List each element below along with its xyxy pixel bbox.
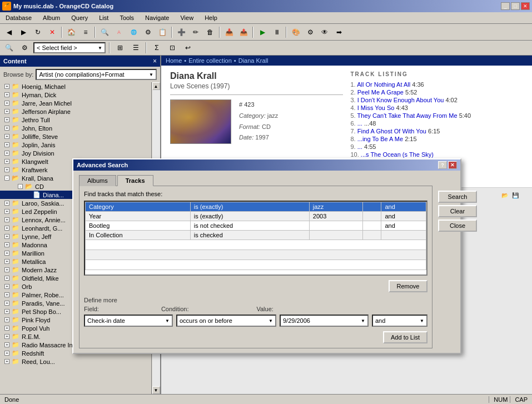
pause-btn[interactable]: ⏸ bbox=[270, 26, 284, 38]
tree-item-hyman[interactable]: + 📁 Hyman, Dick bbox=[0, 91, 151, 99]
expand-icon[interactable]: + bbox=[4, 342, 9, 347]
scroll-down-btn[interactable]: ▼ bbox=[152, 386, 160, 394]
expand-icon[interactable]: + bbox=[4, 276, 9, 281]
track-4-link[interactable]: I Miss You So bbox=[357, 104, 395, 111]
open-folder-icon[interactable]: 📂 bbox=[501, 192, 508, 198]
expand-icon[interactable]: + bbox=[4, 359, 9, 364]
expand-icon[interactable]: + bbox=[4, 267, 9, 272]
search-button[interactable]: Search bbox=[438, 191, 477, 203]
expand-icon[interactable]: + bbox=[4, 251, 9, 256]
save-icon[interactable]: 💾 bbox=[512, 192, 519, 198]
tb2-func1[interactable]: Σ bbox=[150, 42, 163, 54]
menu-database[interactable]: Database bbox=[2, 13, 35, 22]
modal-close-x-btn[interactable]: ✕ bbox=[448, 161, 457, 169]
expand-icon[interactable]: + bbox=[4, 209, 9, 214]
expand-icon[interactable]: + bbox=[4, 101, 9, 106]
track-6-link[interactable]: ... bbox=[357, 120, 362, 127]
minimize-btn[interactable]: _ bbox=[501, 2, 510, 10]
forward-btn[interactable]: ▶ bbox=[17, 26, 30, 38]
amazon-btn[interactable]: A bbox=[112, 26, 126, 38]
select-field-box[interactable]: < Select field > ▼ bbox=[33, 42, 106, 53]
expand-icon[interactable]: + bbox=[4, 84, 9, 89]
tree-item-john[interactable]: + 📁 John, Elton bbox=[0, 124, 151, 132]
tree-item-joy[interactable]: + 📁 Joy Division bbox=[0, 149, 151, 157]
expand-icon[interactable]: + bbox=[4, 134, 9, 139]
field-combo[interactable]: Check-in date ▼ bbox=[84, 315, 173, 327]
track-7-link[interactable]: Find A Ghost Of With You bbox=[357, 128, 426, 134]
browse-combo[interactable]: Artist (no compilations)+Format ▼ bbox=[36, 69, 157, 80]
edit-btn[interactable]: ✏ bbox=[189, 26, 202, 38]
expand-icon[interactable]: + bbox=[4, 309, 9, 314]
tool4-btn[interactable]: 📋 bbox=[156, 26, 169, 38]
config-btn[interactable]: ⚙ bbox=[304, 26, 317, 38]
menu-tools[interactable]: Tools bbox=[116, 13, 137, 22]
expand-icon[interactable]: + bbox=[4, 326, 9, 331]
expand-icon[interactable]: + bbox=[4, 351, 9, 356]
tree-item-joplin[interactable]: + 📁 Joplin, Janis bbox=[0, 141, 151, 149]
add-btn[interactable]: ➕ bbox=[175, 26, 188, 38]
expand-icon[interactable]: + bbox=[4, 151, 9, 156]
import-btn[interactable]: 📥 bbox=[222, 26, 236, 38]
close-button[interactable]: Close bbox=[438, 220, 477, 232]
select-field-combo[interactable]: < Select field > ▼ bbox=[33, 42, 106, 53]
expand-icon[interactable]: + bbox=[4, 334, 9, 339]
color-btn[interactable]: 🎨 bbox=[289, 26, 302, 38]
expand-icon[interactable]: + bbox=[4, 167, 9, 172]
tab-albums[interactable]: Albums bbox=[79, 175, 116, 186]
scroll-up-btn[interactable]: ▲ bbox=[152, 82, 160, 90]
track-1-link[interactable]: All Or Nothing At All bbox=[357, 81, 410, 88]
play-btn[interactable]: ▶ bbox=[256, 26, 269, 38]
delete-btn[interactable]: 🗑 bbox=[203, 26, 217, 38]
sidebar-close-btn[interactable]: × bbox=[153, 57, 157, 65]
tb2-func2[interactable]: ⊡ bbox=[166, 42, 179, 54]
tree-item-jolliffe[interactable]: + 📁 Jolliffe, Steve bbox=[0, 132, 151, 141]
maximize-btn[interactable]: □ bbox=[511, 2, 520, 10]
grid-view-btn[interactable]: ⊞ bbox=[113, 42, 127, 54]
expand-icon[interactable]: - bbox=[4, 176, 9, 181]
search-row-3[interactable]: Bootleg is not checked and bbox=[86, 221, 426, 231]
tree-item-jarre[interactable]: + 📁 Jarre, Jean Michel bbox=[0, 99, 151, 107]
expand-icon[interactable]: + bbox=[4, 301, 9, 306]
modal-help-btn[interactable]: ? bbox=[438, 161, 447, 169]
tb2-func3[interactable]: ↩ bbox=[181, 42, 195, 54]
track-9-link[interactable]: ... bbox=[357, 143, 362, 150]
close-app-btn[interactable]: ✕ bbox=[521, 2, 530, 10]
menu-help[interactable]: Help bbox=[201, 13, 221, 22]
tb2-icon2[interactable]: ⚙ bbox=[18, 42, 31, 54]
track-8-link[interactable]: ...ing To Be A Me bbox=[357, 136, 403, 142]
track-3-link[interactable]: I Don't Know Enough About You bbox=[357, 97, 444, 103]
connector-combo[interactable]: and ▼ bbox=[372, 315, 427, 327]
tree-item-jethro[interactable]: + 📁 Jethro Tull bbox=[0, 116, 151, 124]
export-btn[interactable]: 📤 bbox=[237, 26, 250, 38]
back-btn[interactable]: ◀ bbox=[2, 26, 16, 38]
expand-icon[interactable]: + bbox=[4, 317, 9, 322]
expand-icon[interactable]: - bbox=[18, 184, 23, 189]
menu-list[interactable]: List bbox=[96, 13, 112, 22]
arrow-btn[interactable]: ➡ bbox=[332, 26, 346, 38]
menu-view[interactable]: View bbox=[177, 13, 197, 22]
clear-button[interactable]: Clear bbox=[438, 205, 477, 217]
bc-home[interactable]: Home bbox=[166, 57, 182, 64]
expand-icon[interactable]: + bbox=[4, 226, 9, 231]
tool3-btn[interactable]: ⚙ bbox=[141, 26, 155, 38]
expand-icon[interactable]: + bbox=[4, 126, 9, 131]
cddb-btn[interactable]: 🌐 bbox=[127, 26, 140, 38]
menu-album[interactable]: Album bbox=[39, 13, 63, 22]
track-10-link[interactable]: ...s The Ocean (s The Sky) bbox=[361, 151, 434, 158]
tree-item-hoenig[interactable]: + 📁 Hoenig, Michael bbox=[0, 82, 151, 91]
list-btn[interactable]: ≡ bbox=[79, 26, 92, 38]
tree-item-jefferson[interactable]: + 📁 Jefferson Airplane bbox=[0, 107, 151, 116]
search-row-2[interactable]: Year is (exactly) 2003 and bbox=[86, 212, 426, 221]
search-row-1[interactable]: Category is (exactly) jazz and bbox=[86, 202, 426, 212]
expand-icon[interactable]: + bbox=[4, 292, 9, 297]
tab-tracks[interactable]: Tracks bbox=[117, 175, 153, 186]
expand-icon[interactable]: + bbox=[4, 159, 9, 164]
search-row-4[interactable]: In Collection is checked bbox=[86, 231, 426, 240]
expand-icon[interactable]: + bbox=[4, 201, 9, 206]
expand-icon[interactable]: + bbox=[4, 117, 9, 122]
bc-artist[interactable]: Diana Krall bbox=[238, 57, 269, 64]
home-btn[interactable]: 🏠 bbox=[64, 26, 78, 38]
expand-icon[interactable]: + bbox=[4, 284, 9, 289]
expand-icon[interactable]: + bbox=[4, 217, 9, 222]
remove-btn[interactable]: Remove bbox=[389, 280, 427, 292]
